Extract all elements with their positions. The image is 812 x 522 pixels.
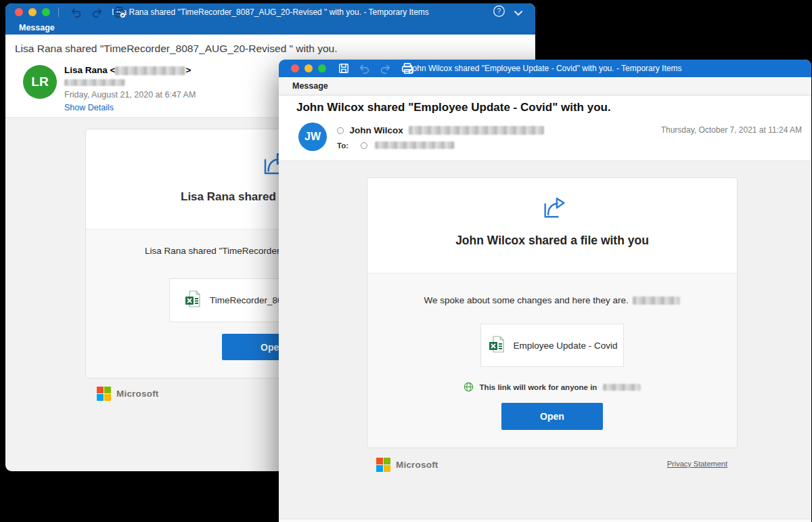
attachment-name: Employee Update - Covid bbox=[514, 341, 618, 351]
avatar: LR bbox=[23, 65, 57, 99]
microsoft-logo-icon bbox=[376, 458, 390, 472]
card-heading: Lisa Rana shared a bbox=[181, 190, 286, 204]
microsoft-logo-text: Microsoft bbox=[396, 460, 438, 470]
card-message: We spoke about some changes and here the… bbox=[367, 295, 737, 305]
sender-name-close: > bbox=[185, 65, 191, 75]
redo-icon[interactable] bbox=[380, 64, 391, 74]
window-bottom-edge bbox=[279, 519, 811, 522]
share-card: John Wilcox shared a file with you We sp… bbox=[367, 177, 738, 448]
svg-text:?: ? bbox=[497, 7, 501, 15]
presence-icon bbox=[337, 127, 344, 134]
redacted-text bbox=[64, 79, 125, 86]
redacted-text bbox=[375, 142, 455, 149]
tab-message[interactable]: Message bbox=[292, 81, 328, 91]
ribbon-bar: Message bbox=[279, 77, 811, 95]
link-scope-note: This link will work for anyone in bbox=[367, 380, 737, 395]
to-label: To: bbox=[337, 142, 348, 150]
email-date: Friday, August 21, 2020 at 6:47 AM bbox=[64, 90, 196, 100]
subject-row: Lisa Rana shared "TimeRecorder_8087_AUG_… bbox=[5, 35, 535, 63]
undo-icon[interactable] bbox=[359, 64, 370, 74]
open-button[interactable]: Open bbox=[501, 403, 603, 430]
microsoft-logo: Microsoft bbox=[376, 458, 438, 472]
save-icon[interactable] bbox=[338, 63, 349, 74]
excel-file-icon bbox=[487, 335, 505, 356]
attachment-chip[interactable]: Employee Update - Covid bbox=[480, 324, 624, 367]
share-icon bbox=[541, 194, 568, 224]
help-icon[interactable]: ? bbox=[493, 5, 505, 20]
microsoft-logo-text: Microsoft bbox=[116, 389, 159, 399]
tab-message[interactable]: Message bbox=[19, 23, 55, 32]
presence-icon bbox=[361, 142, 367, 149]
email-date: Thursday, October 7, 2021 at 11:24 AM bbox=[661, 125, 802, 135]
front-email-window: John Wilcox shared "Employee Update - Co… bbox=[279, 60, 811, 522]
email-subject: Lisa Rana shared "TimeRecorder_8087_AUG_… bbox=[15, 43, 338, 55]
titlebar[interactable]: Lisa Rana shared "TimeRecorder_8087_AUG_… bbox=[5, 3, 535, 21]
ribbon-bar: Message bbox=[5, 21, 535, 35]
chevron-down-icon[interactable] bbox=[514, 7, 523, 19]
print-icon[interactable] bbox=[401, 63, 414, 74]
avatar: JW bbox=[298, 123, 327, 151]
excel-file-icon bbox=[183, 290, 202, 311]
redacted-text bbox=[633, 297, 680, 305]
print-icon[interactable] bbox=[112, 7, 126, 18]
sender-name: Lisa Rana < bbox=[64, 65, 115, 75]
redacted-text bbox=[115, 66, 185, 75]
undo-icon[interactable] bbox=[70, 7, 82, 18]
sender-block: JW John Wilcox To: Thursday, October 7, … bbox=[279, 119, 811, 161]
window-title: Lisa Rana shared "TimeRecorder_8087_AUG_… bbox=[5, 7, 535, 17]
microsoft-logo-icon bbox=[97, 387, 111, 401]
redacted-text bbox=[603, 384, 641, 391]
globe-icon bbox=[464, 382, 474, 395]
show-details-link[interactable]: Show Details bbox=[64, 103, 114, 112]
titlebar[interactable]: John Wilcox shared "Employee Update - Co… bbox=[279, 60, 811, 77]
subject-row: John Wilcox shared "Employee Update - Co… bbox=[279, 95, 811, 119]
redo-icon[interactable] bbox=[91, 7, 103, 18]
card-message: Lisa Rana shared "TimeRecorder_808 bbox=[145, 246, 300, 256]
redacted-text bbox=[409, 126, 544, 135]
email-subject: John Wilcox shared "Employee Update - Co… bbox=[296, 101, 611, 114]
desktop: Lisa Rana shared "TimeRecorder_8087_AUG_… bbox=[0, 0, 812, 522]
sender-name: John Wilcox bbox=[349, 125, 403, 135]
privacy-statement-link[interactable]: Privacy Statement bbox=[667, 460, 727, 468]
microsoft-logo: Microsoft bbox=[97, 387, 159, 401]
card-heading: John Wilcox shared a file with you bbox=[367, 234, 737, 248]
